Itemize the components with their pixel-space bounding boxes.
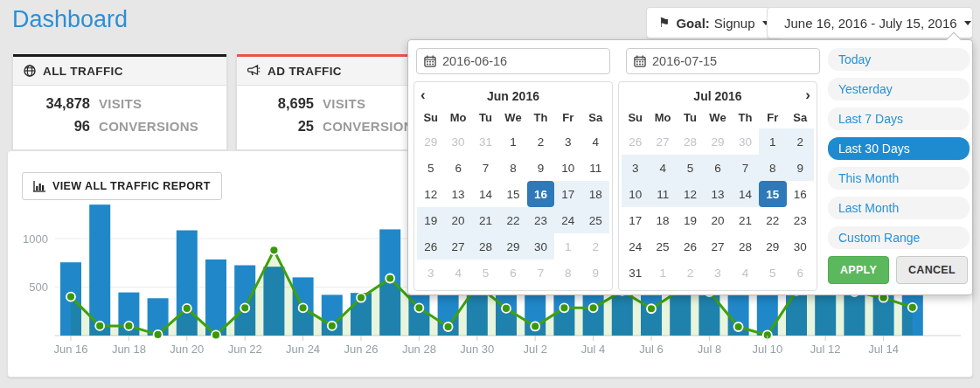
- calendar-day[interactable]: 14: [732, 181, 759, 207]
- calendar-day[interactable]: 3: [622, 155, 649, 181]
- calendar-day[interactable]: 26: [417, 233, 444, 260]
- calendar-day[interactable]: 31: [622, 260, 649, 286]
- calendar-day[interactable]: 2: [582, 233, 609, 260]
- calendar-day[interactable]: 29: [759, 233, 786, 260]
- calendar-day[interactable]: 23: [527, 207, 554, 233]
- chart-point[interactable]: [414, 303, 423, 312]
- range-option[interactable]: Today: [828, 48, 970, 71]
- calendar-day[interactable]: 17: [622, 207, 649, 233]
- calendar-day[interactable]: 5: [677, 155, 704, 181]
- calendar-day[interactable]: 9: [527, 155, 554, 181]
- calendar-day[interactable]: 15: [499, 181, 526, 207]
- chart-point[interactable]: [908, 303, 917, 312]
- chart-point[interactable]: [560, 303, 568, 312]
- calendar-day[interactable]: 1: [759, 128, 786, 155]
- calendar-day[interactable]: 4: [582, 128, 609, 155]
- calendar-day[interactable]: 28: [732, 233, 759, 260]
- calendar-day[interactable]: 23: [787, 207, 814, 233]
- calendar-day[interactable]: 20: [444, 207, 471, 233]
- chart-point[interactable]: [502, 304, 511, 313]
- calendar-day[interactable]: 16: [527, 181, 554, 207]
- calendar-day[interactable]: 6: [444, 155, 471, 181]
- calendar-day[interactable]: 30: [527, 233, 554, 260]
- daterange-button[interactable]: June 16, 2016 - July 15, 2016: [767, 7, 973, 38]
- calendar-day[interactable]: 8: [759, 155, 786, 181]
- calendar-day[interactable]: 5: [417, 155, 444, 181]
- calendar-day[interactable]: 1: [554, 233, 581, 260]
- calendar-day[interactable]: 8: [499, 155, 526, 181]
- range-option[interactable]: Last 7 Days: [828, 107, 970, 130]
- goal-button[interactable]: ⚑ Goal: Signup: [646, 7, 782, 38]
- calendar-day[interactable]: 3: [704, 260, 731, 286]
- calendar-day[interactable]: 17: [554, 181, 581, 207]
- chart-point[interactable]: [386, 274, 394, 283]
- calendar-day[interactable]: 18: [649, 207, 676, 233]
- calendar-day[interactable]: 22: [499, 207, 526, 233]
- calendar-day[interactable]: 28: [677, 128, 704, 155]
- apply-button[interactable]: APPLY: [828, 256, 889, 284]
- chart-point[interactable]: [269, 246, 278, 254]
- calendar-day[interactable]: 26: [677, 233, 704, 260]
- calendar-day[interactable]: 2: [677, 260, 704, 286]
- chart-point[interactable]: [328, 322, 337, 330]
- calendar-day[interactable]: 6: [704, 155, 731, 181]
- range-option[interactable]: Yesterday: [828, 78, 970, 100]
- calendar-day[interactable]: 4: [732, 260, 759, 286]
- calendar-day[interactable]: 19: [677, 207, 704, 233]
- range-option[interactable]: This Month: [828, 167, 970, 190]
- chart-point[interactable]: [734, 322, 743, 331]
- calendar-day[interactable]: 25: [649, 233, 676, 260]
- chart-point[interactable]: [66, 293, 75, 301]
- chart-bar[interactable]: [205, 260, 226, 336]
- chart-point[interactable]: [124, 322, 133, 330]
- calendar-day[interactable]: 2: [787, 128, 814, 155]
- calendar-day[interactable]: 5: [472, 260, 499, 286]
- chart-point[interactable]: [183, 304, 191, 313]
- calendar-day[interactable]: 22: [759, 207, 786, 233]
- calendar-day[interactable]: 4: [649, 155, 676, 181]
- calendar-day[interactable]: 21: [472, 207, 499, 233]
- calendar-day[interactable]: 21: [732, 207, 759, 233]
- prev-month-button[interactable]: ‹: [420, 86, 440, 105]
- calendar-day[interactable]: 12: [417, 181, 444, 207]
- chart-bar[interactable]: [89, 204, 110, 336]
- calendar-day[interactable]: 6: [499, 260, 526, 286]
- chart-point[interactable]: [589, 303, 598, 312]
- calendar-day[interactable]: 7: [732, 155, 759, 181]
- calendar-day[interactable]: 7: [472, 155, 499, 181]
- calendar-day[interactable]: 6: [787, 260, 814, 286]
- start-date-input[interactable]: [442, 54, 602, 68]
- chart-point[interactable]: [95, 322, 104, 330]
- calendar-day[interactable]: 13: [444, 181, 471, 207]
- chart-point[interactable]: [647, 304, 656, 313]
- calendar-day[interactable]: 10: [554, 155, 581, 181]
- calendar-day[interactable]: 11: [582, 155, 609, 181]
- calendar-day[interactable]: 31: [472, 128, 499, 155]
- calendar-day[interactable]: 25: [582, 207, 609, 233]
- calendar-day[interactable]: 7: [527, 260, 554, 286]
- calendar-day[interactable]: 29: [704, 128, 731, 155]
- calendar-day[interactable]: 10: [622, 181, 649, 207]
- calendar-day[interactable]: 3: [554, 128, 581, 155]
- calendar-day[interactable]: 26: [622, 128, 649, 155]
- chart-point[interactable]: [357, 294, 365, 302]
- calendar-day[interactable]: 24: [554, 207, 581, 233]
- calendar-day[interactable]: 3: [417, 260, 444, 286]
- cancel-button[interactable]: CANCEL: [896, 256, 968, 284]
- chart-point[interactable]: [212, 330, 220, 339]
- calendar-day[interactable]: 16: [787, 181, 814, 207]
- calendar-day[interactable]: 4: [444, 260, 471, 286]
- calendar-day[interactable]: 1: [649, 260, 676, 286]
- calendar-day[interactable]: 11: [649, 181, 676, 207]
- calendar-day[interactable]: 30: [444, 128, 471, 155]
- calendar-day[interactable]: 12: [677, 181, 704, 207]
- calendar-day[interactable]: 27: [444, 233, 471, 260]
- calendar-day[interactable]: 29: [499, 233, 526, 260]
- calendar-day[interactable]: 5: [759, 260, 786, 286]
- calendar-day[interactable]: 8: [554, 260, 581, 286]
- calendar-day[interactable]: 2: [527, 128, 554, 155]
- chart-point[interactable]: [531, 322, 539, 330]
- chart-point[interactable]: [299, 303, 308, 312]
- calendar-day[interactable]: 15: [759, 181, 786, 207]
- range-option[interactable]: Custom Range: [828, 226, 970, 249]
